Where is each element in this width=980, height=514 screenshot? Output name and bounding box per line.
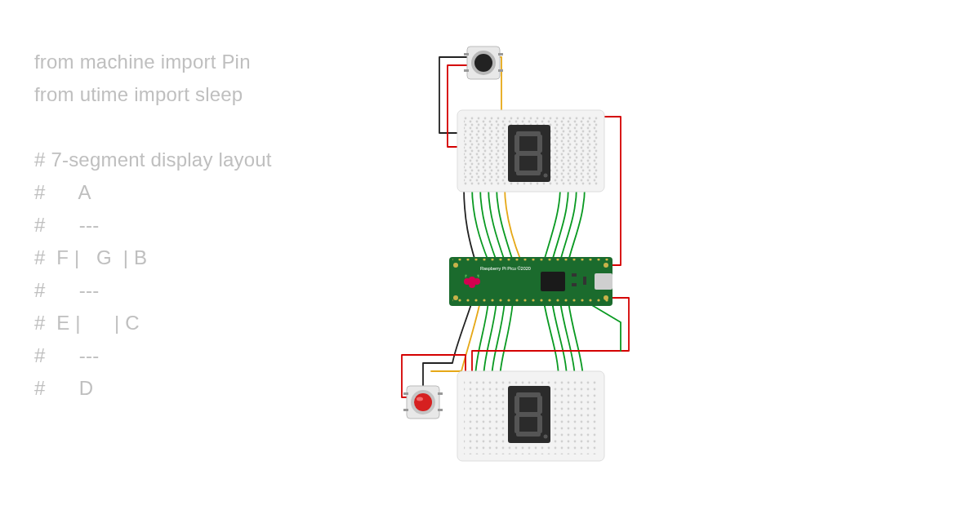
code-line: # E | | C [34,312,140,334]
svg-rect-34 [572,283,577,286]
code-line: # D [34,377,93,399]
svg-rect-22 [452,298,609,304]
svg-rect-15 [514,135,519,153]
svg-rect-21 [452,259,609,265]
code-line: # A [34,181,91,203]
svg-rect-52 [403,409,408,411]
svg-rect-35 [583,277,586,285]
code-line: # 7-segment display layout [34,148,272,171]
svg-rect-3 [464,53,469,55]
svg-rect-13 [516,151,541,156]
svg-rect-17 [514,154,519,172]
svg-rect-5 [498,53,503,55]
code-line: from machine import Pin [34,51,251,73]
svg-rect-41 [516,432,541,436]
code-line: from utime import sleep [34,83,243,105]
svg-rect-54 [438,409,443,411]
svg-point-26 [604,295,608,300]
svg-point-23 [453,263,458,268]
svg-point-19 [544,174,548,178]
svg-rect-40 [516,412,541,417]
raspberry-pi-pico: Raspberry Pi Pico ©2020 [449,257,612,306]
board-label: Raspberry Pi Pico ©2020 [480,266,531,271]
svg-rect-33 [572,273,577,277]
code-line: # --- [34,279,99,301]
code-line: # --- [34,214,99,236]
svg-rect-18 [537,154,542,172]
svg-rect-45 [537,415,542,433]
svg-rect-44 [514,415,519,433]
svg-rect-42 [514,396,519,414]
code-line: # F | G | B [34,246,147,268]
svg-rect-12 [516,131,541,136]
pushbutton-top [464,47,503,79]
svg-point-24 [453,295,458,300]
svg-rect-43 [537,396,542,414]
svg-rect-14 [516,171,541,175]
code-line: # --- [34,344,99,366]
seven-segment-top [508,125,550,182]
pushbutton-bottom [403,386,443,419]
svg-rect-53 [438,392,443,395]
svg-point-46 [544,435,548,439]
seven-segment-bottom [508,386,550,443]
svg-rect-51 [403,392,408,395]
svg-rect-27 [541,272,565,291]
svg-rect-28 [595,273,612,290]
svg-rect-16 [537,135,542,153]
svg-point-49 [414,393,432,411]
svg-rect-39 [516,392,541,397]
circuit-diagram: Raspberry Pi Pico ©2020 [384,29,662,485]
svg-rect-6 [498,69,503,72]
svg-point-25 [604,263,608,268]
svg-point-32 [474,278,480,285]
code-snippet: from machine import Pin from utime impor… [34,46,272,405]
svg-point-2 [474,54,492,72]
svg-rect-4 [464,69,469,72]
svg-point-50 [416,397,423,401]
